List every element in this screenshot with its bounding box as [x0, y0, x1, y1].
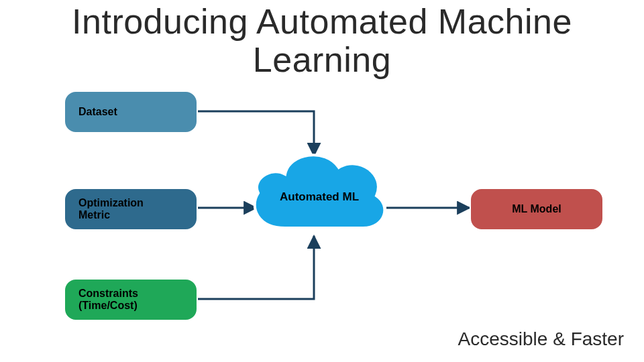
node-dataset-label: Dataset: [65, 106, 117, 118]
node-optimization-metric: Optimization Metric: [64, 188, 198, 231]
page-title: Introducing Automated Machine Learning: [40, 3, 604, 79]
footer-tagline: Accessible & Faster: [458, 328, 624, 350]
connector-constraints-to-cloud: [198, 236, 314, 299]
node-cloud-label: Automated ML: [280, 190, 359, 204]
node-ml-model: ML Model: [470, 188, 604, 231]
node-constraints: Constraints (Time/Cost): [64, 278, 198, 321]
node-output-label: ML Model: [471, 203, 602, 215]
node-automated-ml-cloud: Automated ML: [245, 141, 394, 241]
node-dataset: Dataset: [64, 90, 198, 133]
node-metric-label: Optimization Metric: [65, 197, 144, 222]
node-constraints-label: Constraints (Time/Cost): [65, 288, 138, 312]
